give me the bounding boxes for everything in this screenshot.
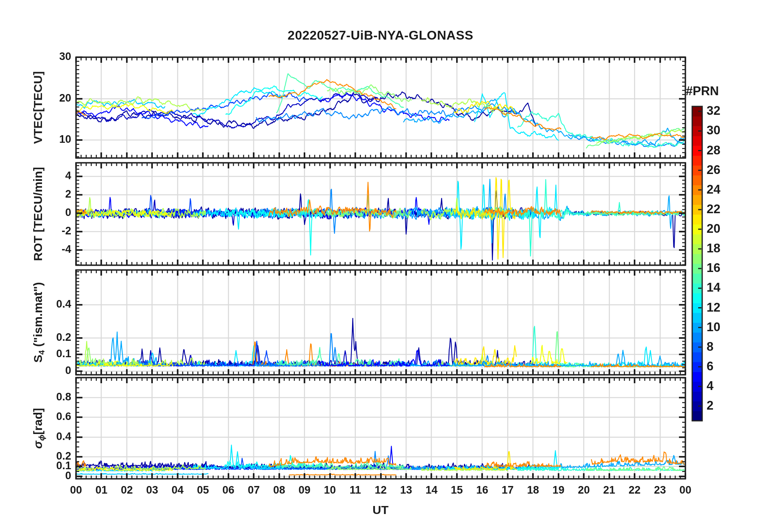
- y-tick-label: 0.2: [0, 450, 71, 462]
- colorbar-tick-label: 30: [707, 123, 720, 138]
- colorbar-tick-label: 28: [707, 143, 720, 158]
- colorbar-tick-label: 16: [707, 261, 720, 275]
- y-axis-label: ROT [TECU/min]: [31, 167, 46, 261]
- y-tick-label: 30: [0, 50, 71, 63]
- y-tick-label: 0: [0, 364, 71, 377]
- colorbar-tick-label: 22: [707, 202, 720, 216]
- colorbar-tick-label: 10: [707, 320, 720, 334]
- plot-canvas: [0, 0, 761, 532]
- y-axis-label: σϕ[rad]: [31, 408, 46, 448]
- colorbar-tick-label: 12: [707, 300, 720, 315]
- chart-title: 20220527-UiB-NYA-GLONASS: [0, 28, 761, 43]
- colorbar-tick-label: 4: [707, 379, 713, 393]
- colorbar-tick-label: 8: [707, 340, 713, 354]
- y-axis-label: VTEC[TECU]: [31, 71, 46, 144]
- colorbar-tick-label: 6: [707, 359, 713, 374]
- colorbar-title: #PRN: [686, 84, 719, 98]
- x-tick-label: 00: [669, 484, 701, 496]
- colorbar-tick-label: 20: [707, 222, 720, 236]
- colorbar-tick-label: 14: [707, 280, 720, 295]
- colorbar-tick-label: 32: [707, 104, 720, 118]
- colorbar-tick-label: 18: [707, 241, 720, 256]
- figure: 20220527-UiB-NYA-GLONASS UT #PRN 102030V…: [0, 0, 761, 532]
- colorbar-tick-label: 26: [707, 163, 720, 177]
- y-axis-label: S4 ("ism.mat"): [31, 282, 46, 363]
- colorbar-tick-label: 2: [707, 398, 713, 413]
- y-tick-label: 0.8: [0, 391, 71, 403]
- colorbar-tick-label: 24: [707, 182, 720, 197]
- x-axis-label: UT: [0, 503, 761, 517]
